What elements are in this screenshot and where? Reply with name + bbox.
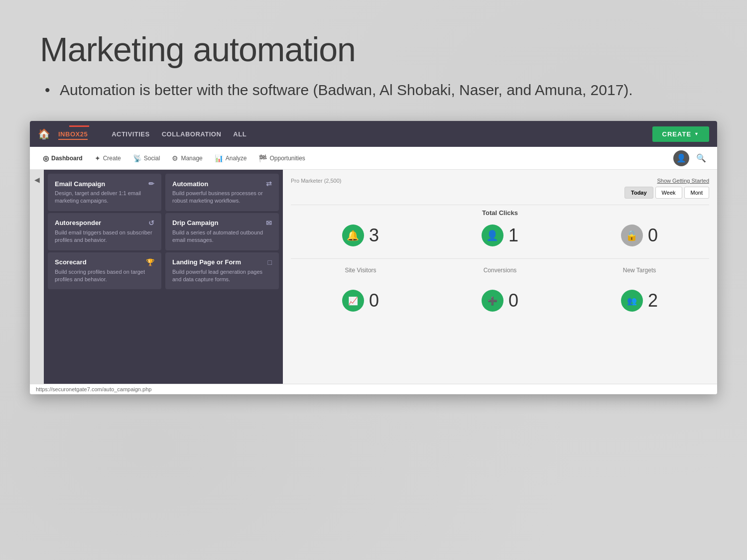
stat-icon-new-targets: 🔒 [621, 224, 643, 246]
app-main: ◀ Email Campaign ✏ Design, target and de… [30, 170, 717, 384]
stat-num-conversions: 1 [508, 225, 518, 246]
search-icon[interactable]: 🔍 [693, 150, 709, 166]
dropdown-row-2: Autoresponder ↺ Build email triggers bas… [48, 213, 279, 250]
subnav-manage[interactable]: ⚙ Manage [167, 151, 207, 165]
stat-icon-bottom-sv: 📈 [342, 290, 364, 312]
dashboard-icon: ◎ [43, 154, 49, 162]
opportunities-icon: 🏁 [258, 154, 267, 162]
autoresponder-title: Autoresponder [55, 219, 101, 226]
url-bar: https://securonetgate7.com/auto_campaign… [30, 384, 717, 394]
email-campaign-title: Email Campaign [55, 180, 105, 188]
stat-icon-bottom-conv: ➕ [482, 290, 503, 312]
automation-icon: ⇄ [266, 180, 272, 188]
avatar[interactable]: 👤 [673, 150, 689, 166]
scorecard-icon: 🏆 [146, 258, 154, 266]
dropdown-landing-page[interactable]: Landing Page or Form □ Build powerful le… [165, 252, 279, 290]
subnav-right: 👤 🔍 [673, 150, 709, 166]
stat-num-site-visitors: 3 [369, 225, 379, 246]
app-screenshot: 🏠 INBOX25 ACTIVITIES COLLABORATION ALL C… [30, 121, 717, 394]
stat-bottom-site-visitors: 📈 0 [291, 284, 430, 322]
plan-label: Pro Marketer (2,500) [291, 178, 341, 184]
email-campaign-desc: Design, target and deliver 1:1 email mar… [55, 190, 154, 205]
dropdown-drip-campaign[interactable]: Drip Campaign ✉ Build a series of automa… [165, 213, 279, 250]
stat-bottom-new-targets: 👥 2 [570, 284, 709, 322]
stat-num-bottom-nt: 2 [648, 290, 658, 311]
drip-campaign-icon: ✉ [266, 219, 272, 227]
stat-icon-bottom-nt: 👥 [621, 290, 643, 312]
subnav-dashboard[interactable]: ◎ Dashboard [38, 151, 88, 165]
label-site-visitors: Site Visitors [297, 267, 424, 274]
toggle-arrow: ◀ [34, 176, 40, 184]
time-btn-today[interactable]: Today [624, 187, 653, 199]
social-icon: 📡 [133, 154, 141, 162]
analyze-label: Analyze [226, 155, 247, 162]
autoresponder-icon: ↺ [148, 219, 154, 227]
email-campaign-icon: ✏ [148, 180, 154, 188]
stat-icon-conversions: 👤 [482, 224, 503, 246]
subnav-opportunities[interactable]: 🏁 Opportunities [253, 151, 310, 165]
dropdown-panel: Email Campaign ✏ Design, target and deli… [44, 170, 283, 384]
dropdown-scorecard[interactable]: Scorecard 🏆 Build scoring profiles based… [48, 252, 161, 290]
opportunities-label: Opportunities [269, 155, 305, 162]
stat-site-visitors: 🔔 3 [291, 219, 430, 256]
stat-conversions: 👤 1 [430, 219, 570, 256]
nav-all[interactable]: ALL [233, 130, 247, 138]
automation-title: Automation [172, 180, 208, 188]
label-conversions: Conversions [436, 267, 564, 274]
stats-bottom-row: 📈 0 ➕ 0 👥 2 [291, 284, 709, 322]
autoresponder-desc: Build email triggers based on subscriber… [55, 229, 154, 244]
time-btn-month[interactable]: Mont [684, 187, 709, 199]
create-label: Create [103, 155, 121, 162]
dropdown-autoresponder[interactable]: Autoresponder ↺ Build email triggers bas… [48, 213, 161, 250]
manage-label: Manage [181, 155, 202, 162]
create-icon: ✦ [95, 154, 101, 162]
time-btn-week[interactable]: Week [655, 187, 682, 199]
dropdown-row-1: Email Campaign ✏ Design, target and deli… [48, 174, 279, 211]
analyze-icon: 📊 [215, 154, 223, 162]
create-button[interactable]: CREATE [652, 126, 709, 142]
dropdown-email-campaign[interactable]: Email Campaign ✏ Design, target and deli… [48, 174, 161, 211]
landing-page-desc: Build powerful lead generation pages and… [172, 268, 272, 284]
subnav-social[interactable]: 📡 Social [128, 151, 165, 165]
slide-title: Marketing automation [40, 30, 707, 69]
social-label: Social [144, 155, 160, 162]
total-clicks-label: Total Clicks [291, 205, 709, 219]
app-subnav: ◎ Dashboard ✦ Create 📡 Social ⚙ Manage 📊… [30, 147, 717, 170]
drip-campaign-title: Drip Campaign [172, 219, 218, 226]
label-new-targets: New Targets [576, 267, 703, 274]
sidebar-toggle[interactable]: ◀ [30, 170, 44, 384]
dashboard-label: Dashboard [51, 155, 83, 162]
scorecard-desc: Build scoring profiles based on target p… [55, 268, 154, 284]
nav-collaboration[interactable]: COLLABORATION [162, 130, 222, 138]
manage-icon: ⚙ [172, 154, 178, 162]
url-text: https://securonetgate7.com/auto_campaign… [36, 386, 151, 392]
stats-labels-row: Site Visitors Conversions New Targets [291, 258, 709, 280]
stats-top-row: 🔔 3 👤 1 🔒 0 [291, 219, 709, 256]
getting-started-link[interactable]: Show Getting Started [657, 178, 709, 184]
app-navbar: 🏠 INBOX25 ACTIVITIES COLLABORATION ALL C… [30, 121, 717, 147]
stat-num-bottom-sv: 0 [369, 290, 379, 311]
scorecard-title: Scorecard [55, 258, 87, 266]
automation-desc: Build powerful business processes or rob… [172, 190, 272, 205]
subnav-analyze[interactable]: 📊 Analyze [210, 151, 252, 165]
nav-activities[interactable]: ACTIVITIES [112, 130, 150, 138]
drip-campaign-desc: Build a series of automated outbound ema… [172, 229, 272, 244]
stat-num-new-targets: 0 [648, 225, 658, 246]
landing-page-title: Landing Page or Form [172, 258, 241, 266]
subnav-create[interactable]: ✦ Create [90, 151, 126, 165]
home-icon[interactable]: 🏠 [38, 128, 50, 140]
stat-num-bottom-conv: 0 [508, 290, 518, 311]
stat-new-targets: 🔒 0 [570, 219, 709, 256]
nav-inbox[interactable]: INBOX25 [58, 130, 88, 140]
dropdown-automation[interactable]: Automation ⇄ Build powerful business pro… [165, 174, 279, 211]
stat-icon-site-visitors: 🔔 [342, 224, 364, 246]
dashboard-content: Pro Marketer (2,500) Show Getting Starte… [283, 170, 717, 384]
landing-page-icon: □ [268, 258, 272, 266]
dropdown-row-3: Scorecard 🏆 Build scoring profiles based… [48, 252, 279, 290]
slide-bullet: Automation is better with the software (… [50, 79, 707, 101]
stat-bottom-conversions: ➕ 0 [430, 284, 570, 322]
